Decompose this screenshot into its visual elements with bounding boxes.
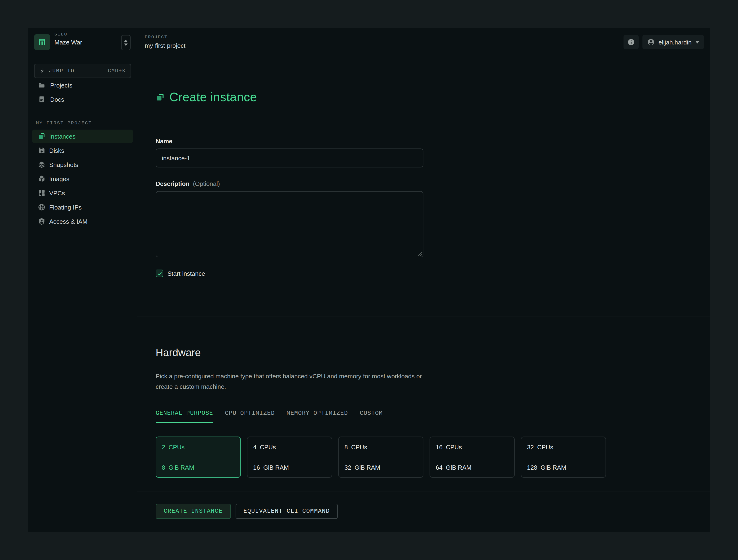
instances-icon xyxy=(38,132,45,140)
description-optional-text xyxy=(191,180,193,187)
layers-icon xyxy=(38,161,45,168)
section-divider xyxy=(137,491,710,491)
user-name: elijah.hardin xyxy=(659,39,692,46)
description-field-wrap xyxy=(156,191,423,257)
tab-general-purpose[interactable]: GENERAL PURPOSE xyxy=(156,410,213,423)
machine-type-card[interactable]: 2CPUs 8GiB RAM xyxy=(156,437,241,478)
cpu-unit: CPUs xyxy=(537,443,553,451)
silo-picker-icon[interactable] xyxy=(121,35,130,50)
machine-type-card[interactable]: 8CPUs 32GiB RAM xyxy=(338,437,423,478)
sidebar-item-label: Disks xyxy=(49,147,64,154)
sidebar-item-label: Access & IAM xyxy=(49,218,87,225)
info-icon xyxy=(627,38,635,46)
ram-unit: GiB RAM xyxy=(446,464,471,471)
project-breadcrumb[interactable]: PROJECT my-first-project xyxy=(137,28,186,56)
ram-count: 32 xyxy=(344,464,351,471)
hardware-tabs: GENERAL PURPOSE CPU-OPTIMIZED MEMORY-OPT… xyxy=(137,410,710,423)
project-name: my-first-project xyxy=(145,42,186,48)
jump-to-button[interactable]: JUMP TO CMD+K xyxy=(34,64,131,78)
globe-icon xyxy=(38,203,45,211)
sidebar-item-label: Images xyxy=(49,175,69,182)
ram-unit: GiB RAM xyxy=(263,464,289,471)
ram-count: 64 xyxy=(436,464,442,471)
ram-count: 8 xyxy=(162,464,165,471)
sidebar-section-label: MY-FIRST-PROJECT xyxy=(36,121,137,126)
main-content: Create instance Name Description (Option… xyxy=(137,56,710,532)
project-label: PROJECT xyxy=(145,35,186,39)
sidebar-item-access-iam[interactable]: Access & IAM xyxy=(32,215,133,228)
name-input[interactable] xyxy=(156,148,423,167)
page-title-row: Create instance xyxy=(156,90,710,104)
folder-icon xyxy=(38,81,45,89)
disk-icon xyxy=(38,147,45,154)
silo-switcher[interactable]: SILO Maze War xyxy=(28,28,137,56)
resize-handle-icon[interactable] xyxy=(417,251,422,256)
machine-type-card[interactable]: 32CPUs 128GiB RAM xyxy=(521,437,606,478)
sidebar-item-docs[interactable]: Docs xyxy=(28,92,137,106)
sidebar-item-projects[interactable]: Projects xyxy=(28,78,137,92)
silo-label: SILO xyxy=(54,33,82,37)
sidebar-item-floating-ips[interactable]: Floating IPs xyxy=(32,200,133,214)
optional-hint: (Optional) xyxy=(193,180,220,187)
silo-info: SILO Maze War xyxy=(54,33,82,45)
sidebar-item-vpcs[interactable]: VPCs xyxy=(32,186,133,199)
description-textarea[interactable] xyxy=(156,191,423,257)
page-title: Create instance xyxy=(169,90,257,104)
silo-name: Maze War xyxy=(54,39,82,45)
desktop: SILO Maze War PROJECT my-first-project xyxy=(0,0,738,560)
cpu-unit: CPUs xyxy=(351,443,367,451)
cpu-count: 16 xyxy=(436,443,442,451)
info-button[interactable] xyxy=(624,35,639,49)
ram-unit: GiB RAM xyxy=(168,464,194,471)
start-instance-row: Start instance xyxy=(156,269,710,277)
machine-type-cards: 2CPUs 8GiB RAM 4CPUs 16GiB RAM 8CPUs 32G… xyxy=(156,437,710,478)
cpu-count: 2 xyxy=(162,443,165,451)
sidebar-item-label: Snapshots xyxy=(49,161,78,168)
cpu-count: 32 xyxy=(527,443,534,451)
tab-custom[interactable]: CUSTOM xyxy=(360,410,383,423)
ram-unit: GiB RAM xyxy=(355,464,380,471)
create-instance-button[interactable]: CREATE INSTANCE xyxy=(156,504,231,519)
caret-down-icon xyxy=(695,41,699,43)
machine-type-card[interactable]: 4CPUs 16GiB RAM xyxy=(247,437,332,478)
cpu-unit: CPUs xyxy=(260,443,276,451)
sidebar-item-disks[interactable]: Disks xyxy=(32,144,133,157)
top-bar: SILO Maze War PROJECT my-first-project xyxy=(28,28,710,56)
check-icon xyxy=(157,271,162,276)
cpu-count: 8 xyxy=(344,443,348,451)
cube-icon xyxy=(38,175,45,182)
sidebar-item-label: Docs xyxy=(50,96,64,103)
start-instance-label: Start instance xyxy=(167,270,205,277)
form-actions: CREATE INSTANCE EQUIVALENT CLI COMMAND xyxy=(156,504,710,519)
shield-person-icon xyxy=(38,217,45,225)
tab-cpu-optimized[interactable]: CPU-OPTIMIZED xyxy=(225,410,275,423)
bolt-icon xyxy=(39,68,45,74)
cpu-count: 4 xyxy=(253,443,257,451)
sidebar-item-images[interactable]: Images xyxy=(32,172,133,185)
top-bar-actions: elijah.hardin xyxy=(624,35,704,49)
equivalent-cli-command-button[interactable]: EQUIVALENT CLI COMMAND xyxy=(235,504,338,519)
description-label: Description (Optional) xyxy=(156,180,710,187)
document-icon xyxy=(38,95,45,103)
sidebar-item-label: Floating IPs xyxy=(49,203,82,211)
sidebar-item-label: VPCs xyxy=(49,189,65,196)
name-label: Name xyxy=(156,138,710,145)
user-menu-button[interactable]: elijah.hardin xyxy=(643,35,704,49)
section-divider xyxy=(137,316,710,317)
jump-to-shortcut: CMD+K xyxy=(108,68,126,74)
app-window: SILO Maze War PROJECT my-first-project xyxy=(28,28,710,532)
tab-memory-optimized[interactable]: MEMORY-OPTIMIZED xyxy=(287,410,348,423)
start-instance-checkbox[interactable] xyxy=(156,269,163,277)
sidebar: JUMP TO CMD+K Projects xyxy=(28,56,137,532)
instances-icon xyxy=(156,93,164,102)
oxide-logo-icon xyxy=(34,34,50,50)
ram-unit: GiB RAM xyxy=(540,464,566,471)
machine-type-card[interactable]: 16CPUs 64GiB RAM xyxy=(429,437,515,478)
user-avatar-icon xyxy=(647,38,655,46)
sidebar-item-instances[interactable]: Instances xyxy=(32,130,133,143)
sidebar-item-snapshots[interactable]: Snapshots xyxy=(32,158,133,171)
grid-icon xyxy=(38,189,45,197)
cpu-unit: CPUs xyxy=(446,443,462,451)
description-label-text: Description xyxy=(156,180,190,187)
ram-count: 128 xyxy=(527,464,537,471)
